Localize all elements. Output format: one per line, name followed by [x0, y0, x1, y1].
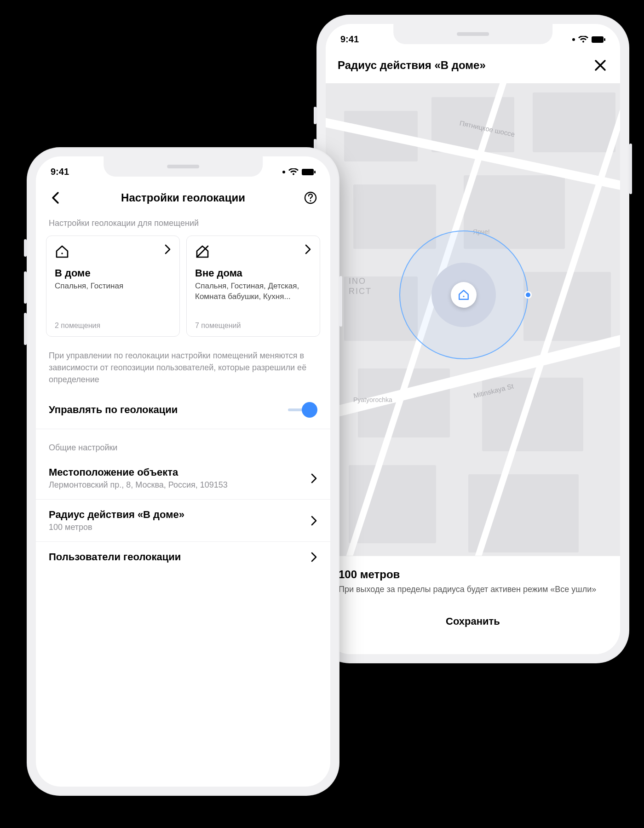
status-icons: [282, 168, 316, 176]
card-footer: 7 помещений: [195, 322, 311, 330]
help-button[interactable]: [303, 190, 318, 206]
card-title: Вне дома: [195, 267, 311, 279]
page-title: Радиус действия «В доме»: [338, 59, 592, 72]
row-radius[interactable]: Радиус действия «В доме» 100 метров: [36, 500, 330, 542]
chevron-right-icon: [311, 552, 317, 562]
row-subtitle: 100 метров: [49, 523, 304, 532]
info-text: При управлении по геолокации настройки п…: [36, 337, 330, 395]
row-users[interactable]: Пользователи геолокации: [36, 542, 330, 572]
card-subtitle: Спальня, Гостиная: [55, 281, 171, 314]
status-time: 9:41: [51, 167, 69, 177]
section-label-general: Общие настройки: [36, 429, 330, 457]
district-label: INO: [349, 276, 366, 286]
card-footer: 2 помещения: [55, 322, 171, 330]
home-icon: [458, 289, 470, 301]
svg-rect-3: [302, 169, 314, 175]
toggle-row-geolocation: Управлять по геолокации: [36, 395, 330, 429]
phone-right: 9:41 Радиус действия «В доме»: [316, 15, 629, 663]
row-title: Пользователи геолокации: [49, 551, 304, 563]
home-icon: [55, 244, 69, 259]
card-away[interactable]: Вне дома Спальня, Гостиная, Детская, Ком…: [186, 236, 320, 337]
map[interactable]: Пятницкое шоссе Mitinskaya St Ярче! Pyat…: [326, 83, 620, 580]
poi-label: Pyatyorochka: [353, 396, 392, 403]
row-title: Радиус действия «В доме»: [49, 509, 304, 521]
row-subtitle: Лермонтовский пр., 8, Москва, Россия, 10…: [49, 480, 304, 490]
distance-description: При выходе за пределы радиуса будет акти…: [339, 584, 607, 595]
district-label: RICT: [349, 287, 372, 296]
chevron-left-icon: [51, 191, 60, 204]
bottom-panel: 100 метров При выходе за пределы радиуса…: [326, 556, 620, 654]
chevron-right-icon: [165, 244, 171, 254]
help-icon: [304, 191, 317, 204]
page-title: Настройки геолокации: [121, 191, 245, 204]
phone-left: 9:41 Настройки геолокации Настройки геол…: [27, 147, 339, 796]
row-location[interactable]: Местоположение объекта Лермонтовский пр.…: [36, 457, 330, 500]
chevron-right-icon: [311, 473, 317, 483]
svg-point-7: [61, 253, 63, 254]
svg-rect-0: [592, 36, 604, 43]
battery-icon: [592, 36, 605, 43]
card-title: В доме: [55, 267, 171, 279]
save-button[interactable]: Сохранить: [339, 609, 607, 634]
app-header-right: Радиус действия «В доме»: [326, 49, 620, 83]
toggle-label: Управлять по геолокации: [49, 404, 178, 416]
away-icon: [195, 244, 210, 259]
svg-rect-4: [314, 171, 316, 173]
card-home[interactable]: В доме Спальня, Гостиная 2 помещения: [46, 236, 180, 337]
chevron-right-icon: [311, 516, 317, 526]
close-button[interactable]: [592, 58, 608, 73]
distance-value: 100 метров: [339, 568, 607, 581]
chevron-right-icon: [305, 244, 311, 254]
svg-point-6: [310, 200, 311, 201]
wifi-icon: [578, 36, 588, 43]
back-button[interactable]: [48, 190, 63, 206]
section-label-rooms: Настройки геолокации для помещений: [36, 216, 330, 236]
geolocation-toggle[interactable]: [288, 402, 317, 418]
status-icons: [572, 36, 605, 43]
center-pin[interactable]: [451, 282, 477, 308]
card-subtitle: Спальня, Гостиная, Детская, Комната бабу…: [195, 281, 311, 314]
app-header-left: Настройки геолокации: [36, 182, 330, 216]
status-time: 9:41: [340, 34, 359, 45]
svg-rect-1: [604, 38, 605, 41]
radius-handle[interactable]: [524, 291, 532, 299]
wifi-icon: [288, 168, 299, 176]
svg-point-2: [463, 296, 464, 297]
signal-icon: [572, 38, 575, 41]
row-title: Местоположение объекта: [49, 466, 304, 478]
signal-icon: [282, 171, 285, 173]
battery-icon: [302, 169, 316, 175]
close-icon: [594, 59, 607, 72]
